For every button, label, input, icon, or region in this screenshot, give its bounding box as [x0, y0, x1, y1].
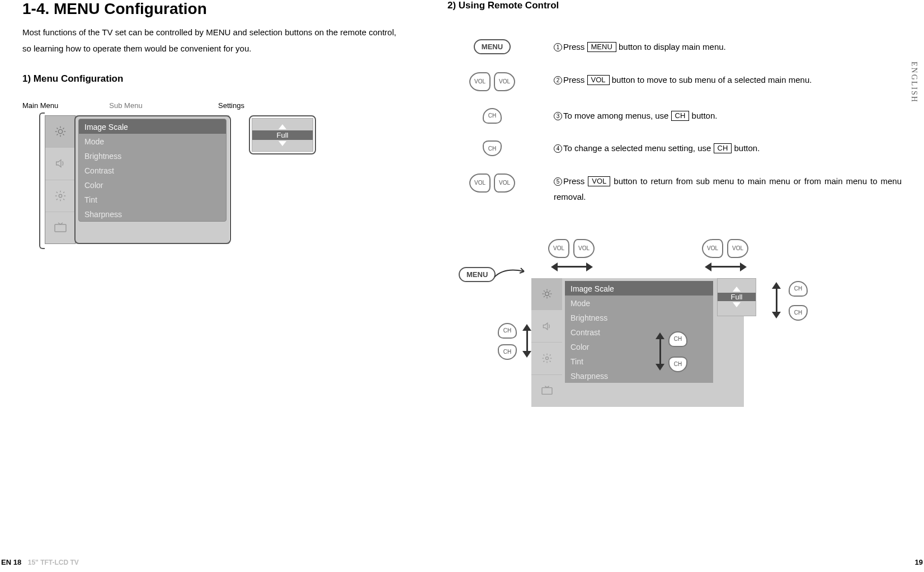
vol-right-button-icon: VOL [494, 72, 515, 91]
section-1-title: 1) Menu Configuration [22, 73, 403, 85]
svg-line-19 [549, 296, 550, 297]
menu-labels: Main Menu Sub Menu Settings [22, 101, 403, 110]
curve-arrow-icon [493, 266, 532, 279]
settings-value: Full [718, 293, 756, 301]
chevron-up-icon [733, 287, 741, 292]
product-name: 15" TFT-LCD TV [28, 559, 79, 566]
svg-line-20 [544, 296, 545, 297]
vol-key-label: VOL [588, 176, 610, 186]
step-number: 4 [554, 144, 562, 153]
double-arrow-h-icon [705, 261, 747, 273]
svg-line-6 [63, 134, 64, 135]
vol-left-button-icon: VOL [702, 239, 723, 258]
vol-key-label: VOL [587, 75, 610, 85]
label-settings: Settings [218, 101, 244, 110]
language-tab: ENGLISH [909, 62, 918, 103]
svg-line-8 [63, 128, 64, 129]
instruction-5: VOL VOL 5Press VOL button to return from… [447, 174, 902, 205]
tv-icon [531, 375, 562, 407]
page-footer: EN 18 15" TFT-LCD TV 19 [1, 558, 923, 566]
vol-right-button-icon: VOL [727, 239, 748, 258]
sub-item: Color [79, 177, 226, 192]
double-arrow-v-icon [771, 282, 782, 318]
sub-item: Contrast [79, 163, 226, 177]
sub-item: Sharpness [565, 368, 713, 383]
step-number: 3 [554, 112, 562, 120]
chevron-up-icon [279, 124, 286, 129]
menu-button-icon: MENU [474, 39, 511, 54]
step-number: 1 [554, 43, 562, 51]
double-arrow-h-icon [551, 261, 593, 273]
sub-item: Tint [565, 354, 713, 368]
instruction-1: MENU 1Press MENU button to display main … [447, 39, 902, 55]
menu-key-label: MENU [587, 42, 616, 52]
page-number-right: 19 [915, 558, 923, 566]
ch-key-label: CH [671, 111, 690, 121]
instruction-3: CH 3To move among menus, use CH button. [447, 108, 902, 124]
sub-menu-column: Image Scale Mode Brightness Contrast Col… [78, 119, 227, 222]
menu-button-icon: MENU [459, 267, 496, 282]
ch-up-button-icon: CH [789, 281, 808, 297]
vol-left-button-icon: VOL [548, 239, 569, 258]
ch-up-button-icon: CH [483, 108, 502, 124]
double-arrow-v-icon [521, 324, 532, 358]
sub-item: Brightness [565, 310, 713, 325]
vol-right-button-icon: VOL [494, 174, 515, 193]
ch-down-button-icon: CH [498, 344, 517, 360]
remote-flow-diagram: Image Scale Mode Brightness Contrast Col… [459, 222, 878, 435]
page-title: 1-4. MENU Configuration [22, 0, 403, 18]
speaker-icon [531, 310, 562, 343]
chevron-down-icon [733, 302, 741, 307]
ch-down-button-icon: CH [789, 305, 808, 321]
svg-point-13 [545, 292, 549, 296]
brightness-icon [45, 116, 75, 148]
gear-icon [45, 180, 75, 212]
double-arrow-v-icon [654, 332, 666, 371]
sub-item: Sharpness [79, 207, 226, 221]
settings-value: Full [252, 130, 313, 140]
step-number: 5 [554, 177, 562, 186]
svg-line-5 [56, 128, 58, 129]
intro-text: Most functions of the TV set can be cont… [22, 25, 403, 57]
vol-right-button-icon: VOL [573, 239, 595, 258]
ch-down-button-icon: CH [483, 140, 502, 156]
svg-rect-10 [55, 224, 66, 232]
label-sub-menu: Sub Menu [64, 101, 187, 110]
chevron-down-icon [279, 141, 286, 146]
ch-up-button-icon: CH [498, 323, 517, 339]
vol-left-button-icon: VOL [469, 174, 491, 193]
sub-item: Image Scale [79, 119, 226, 134]
svg-point-0 [58, 129, 62, 133]
svg-line-18 [544, 290, 545, 292]
sub-item: Color [565, 339, 713, 354]
gear-icon [531, 343, 562, 375]
svg-point-22 [545, 357, 548, 360]
speaker-icon [45, 148, 75, 180]
svg-line-21 [549, 290, 550, 292]
step-number: 2 [554, 76, 562, 85]
sub-item: Contrast [565, 325, 713, 339]
instruction-4: CH 4To change a selected menu setting, u… [447, 140, 902, 157]
sub-item: Mode [79, 134, 226, 148]
main-menu-column [45, 115, 76, 244]
sub-item: Brightness [79, 148, 226, 163]
svg-line-7 [56, 134, 58, 135]
vol-left-button-icon: VOL [469, 72, 491, 91]
settings-panel: Full [249, 115, 316, 154]
section-2-title: 2) Using Remote Control [447, 0, 902, 11]
sub-item: Mode [565, 296, 713, 310]
svg-point-9 [59, 194, 62, 198]
sub-item: Tint [79, 192, 226, 207]
brightness-icon [531, 278, 562, 311]
page-number-left: EN 18 [1, 558, 21, 566]
tv-icon [45, 212, 75, 243]
sub-item: Image Scale [565, 281, 713, 296]
menu-diagram: Image Scale Mode Brightness Contrast Col… [22, 110, 336, 261]
ch-key-label: CH [714, 143, 732, 153]
svg-rect-23 [542, 388, 552, 395]
instruction-2: VOL VOL 2Press VOL button to move to sub… [447, 72, 902, 91]
